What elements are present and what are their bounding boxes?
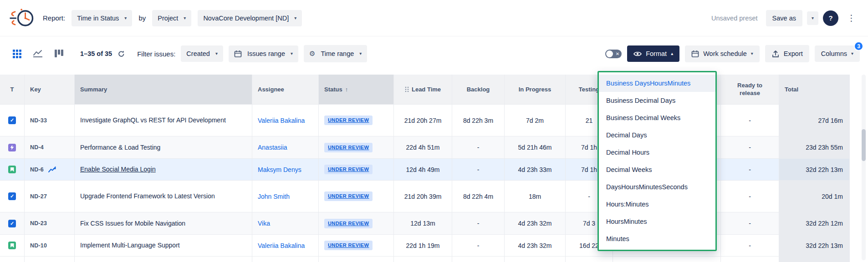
total-value: 32d 22h 13m: [779, 235, 850, 257]
status-badge[interactable]: UNDER REVIEW: [324, 191, 373, 201]
format-option[interactable]: DaysHoursMinutesSeconds: [599, 178, 715, 196]
top-bar: Report: Time in Status ▾ by Project ▾ No…: [0, 0, 868, 36]
columns-button-wrap: Columns ▾ 3: [815, 45, 860, 62]
issue-summary[interactable]: Performance & Load Testing: [80, 143, 160, 152]
issue-type-icon: [8, 192, 16, 200]
grid-view-button[interactable]: [8, 46, 26, 61]
filter-field-value: Created: [186, 50, 210, 57]
assignee-link[interactable]: Valeriia Bakalina: [258, 242, 305, 249]
status-badge[interactable]: UNDER REVIEW: [324, 143, 373, 152]
ready-to-release-value: -: [721, 235, 779, 257]
col-type[interactable]: T: [0, 75, 25, 105]
format-option[interactable]: Hours:Minutes: [599, 196, 715, 213]
issue-summary[interactable]: Upgrade Frontend Framework to Latest Ver…: [80, 192, 215, 201]
export-label: Export: [784, 50, 803, 57]
ready-to-release-value: -: [721, 212, 779, 235]
lead-time-value: 21d 20h 27m: [394, 105, 452, 136]
toggle-knob: [606, 50, 613, 57]
assignee-link[interactable]: John Smith: [258, 193, 290, 200]
issue-type-icon: [8, 220, 16, 227]
issue-type-icon: [8, 166, 16, 173]
format-option[interactable]: Decimal Weeks: [599, 161, 715, 178]
toggle-off-icon: ✕: [616, 50, 619, 57]
col-summary[interactable]: Summary: [75, 75, 252, 105]
report-type-select[interactable]: Time in Status ▾: [71, 10, 132, 26]
status-badge[interactable]: UNDER REVIEW: [324, 241, 373, 250]
assignee-link[interactable]: Anastasiia: [258, 144, 287, 151]
scrollbar-thumb[interactable]: [862, 129, 866, 161]
status-badge[interactable]: UNDER REVIEW: [324, 116, 373, 125]
group-by-select[interactable]: Project ▾: [152, 10, 191, 26]
project-select[interactable]: NovaCore Development [ND] ▾: [198, 10, 302, 26]
issues-range-button[interactable]: Issues range ▾: [229, 45, 298, 62]
format-option[interactable]: Minutes: [599, 230, 715, 247]
vertical-scrollbar[interactable]: [862, 75, 866, 260]
issue-key: ND-4: [30, 144, 44, 151]
ready-to-release-value: -: [721, 159, 779, 181]
board-view-button[interactable]: [50, 46, 67, 61]
total-value: 20d 1m: [779, 181, 850, 212]
status-badge[interactable]: UNDER REVIEW: [324, 219, 373, 228]
col-ready-to-release[interactable]: Ready to release: [721, 75, 779, 105]
format-option[interactable]: Decimal Hours: [599, 144, 715, 161]
time-range-button[interactable]: ⚙ Time range ▾: [304, 45, 367, 62]
issue-summary[interactable]: Implement Multi-Language Support: [80, 241, 180, 250]
lead-time-value: 12d 4h 49m: [394, 159, 452, 181]
help-button[interactable]: ?: [823, 10, 838, 26]
in-progress-value: 4d 23h 32m: [505, 212, 566, 235]
issues-range-label: Issues range: [247, 50, 285, 57]
col-lead-time[interactable]: Lead Time: [394, 75, 452, 105]
format-button[interactable]: Format ▴: [627, 45, 679, 62]
col-key[interactable]: Key: [25, 75, 75, 105]
issue-summary[interactable]: Enable Social Media Login: [80, 165, 156, 174]
toolbar-right-group: ✕ Format ▴ Work schedule ▾: [605, 45, 860, 62]
save-as-button[interactable]: Save as: [766, 10, 802, 26]
issue-summary[interactable]: Investigate GraphQL vs REST for API Deve…: [80, 116, 226, 125]
format-option[interactable]: HoursMinutes: [599, 213, 715, 230]
col-backlog[interactable]: Backlog: [452, 75, 505, 105]
issue-chart-icon[interactable]: [48, 166, 56, 173]
time-range-label: Time range: [321, 50, 354, 57]
issue-summary[interactable]: Fix CSS Issues for Mobile Navigation: [80, 219, 185, 228]
format-menu: Business DaysHoursMinutes Business Decim…: [597, 71, 717, 251]
issue-key: ND-10: [30, 242, 47, 249]
format-option[interactable]: Business Decimal Weeks: [599, 109, 715, 126]
format-option[interactable]: Decimal Days: [599, 126, 715, 144]
toolbar: 1–35 of 35 Filter issues: Created ▾ Issu…: [0, 36, 868, 71]
col-assignee[interactable]: Assignee: [252, 75, 319, 105]
filter-field-select[interactable]: Created ▾: [181, 45, 223, 62]
export-button[interactable]: Export: [765, 45, 809, 62]
table-row: ND-23 Fix CSS Issues for Mobile Navigati…: [0, 212, 850, 235]
col-status[interactable]: Status ↑: [319, 75, 394, 105]
format-option[interactable]: Business DaysHoursMinutes: [599, 75, 715, 92]
columns-button[interactable]: Columns ▾: [815, 45, 860, 62]
backlog-value: 8d 22h 3m: [452, 105, 505, 136]
export-icon: [771, 50, 780, 58]
refresh-button[interactable]: [117, 50, 125, 58]
assignee-link[interactable]: Valeriia Bakalina: [258, 117, 305, 124]
unsaved-preset-label: Unsaved preset: [711, 15, 758, 22]
format-option[interactable]: Business Decimal Days: [599, 92, 715, 109]
total-value: 23d 23h 55m: [779, 136, 850, 159]
col-in-progress[interactable]: In Progress: [505, 75, 566, 105]
ready-to-release-value: -: [721, 105, 779, 136]
refresh-icon: [117, 50, 125, 58]
assignee-link[interactable]: Vika: [258, 220, 270, 227]
backlog-value: -: [452, 212, 505, 235]
chevron-down-icon: ▾: [215, 51, 218, 56]
lead-time-header-label: Lead Time: [412, 86, 441, 93]
col-total[interactable]: Total: [779, 75, 850, 105]
lead-time-value: 12d 13m: [394, 212, 452, 235]
compact-toggle[interactable]: ✕: [605, 50, 622, 58]
project-value: NovaCore Development [ND]: [203, 15, 289, 22]
chart-view-button[interactable]: [29, 46, 46, 61]
line-chart-icon: [33, 50, 43, 58]
status-badge[interactable]: UNDER REVIEW: [324, 165, 373, 174]
assignee-link[interactable]: Maksym Denys: [258, 166, 301, 173]
work-schedule-button[interactable]: Work schedule ▾: [685, 45, 760, 62]
chevron-down-icon: ▾: [294, 16, 296, 20]
kebab-icon: ⋮: [847, 13, 856, 23]
backlog-value: -: [452, 235, 505, 257]
more-menu-button[interactable]: ⋮: [843, 10, 860, 26]
save-as-chevron-button[interactable]: ▾: [807, 11, 818, 25]
